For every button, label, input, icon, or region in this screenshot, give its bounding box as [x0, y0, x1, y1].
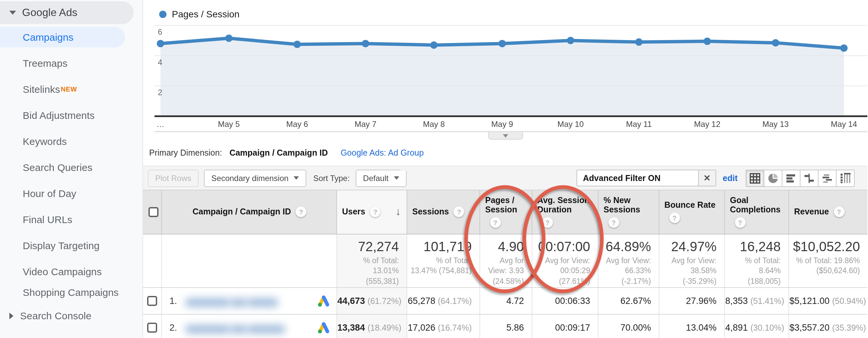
legend-label: Pages / Session [172, 9, 239, 20]
performance-view-icon[interactable] [782, 169, 801, 187]
header-new-sessions[interactable]: % New Sessions? [598, 190, 659, 234]
x-axis-tick-label: May 7 [355, 120, 376, 129]
sidebar-item-display-targeting[interactable]: Display Targeting [0, 234, 143, 256]
table-view-icon[interactable] [746, 169, 764, 187]
dimension-campaign-id[interactable]: Campaign / Campaign ID [229, 148, 328, 158]
data-point[interactable] [704, 38, 711, 45]
help-icon[interactable]: ? [454, 207, 464, 217]
pages-per-session-chart[interactable]: 246…May 5May 6May 7May 8May 9May 10May 1… [143, 0, 867, 131]
chart-collapse-handle[interactable] [488, 132, 523, 140]
sidebar-item-hour-of-day[interactable]: Hour of Day [0, 182, 143, 204]
cell-pages-session: 4.72 [479, 288, 532, 314]
campaign-name-redacted[interactable]: ▆▆▆▆▆▆ ▆▆ ▆▆▆▆ [186, 296, 298, 306]
data-point[interactable] [567, 37, 574, 44]
cell-new-sessions: 70.00% [598, 314, 659, 338]
chevron-right-icon [9, 313, 13, 319]
chevron-down-icon [503, 134, 508, 137]
cell-revenue: $5,121.00 (50.94%) [788, 288, 867, 314]
help-icon[interactable]: ? [669, 213, 680, 224]
help-icon[interactable]: ? [834, 207, 844, 217]
header-users[interactable]: Users?↓ [336, 190, 407, 234]
header-bounce-rate[interactable]: Bounce Rate? [659, 190, 724, 234]
sort-desc-icon: ↓ [396, 206, 402, 218]
x-axis-tick-label: May 8 [423, 120, 445, 129]
sidebar-item-search-console[interactable]: Search Console [0, 305, 143, 327]
help-icon[interactable]: ? [735, 217, 745, 228]
help-icon[interactable]: ? [296, 207, 306, 217]
row-checkbox[interactable] [147, 296, 157, 306]
select-all-header[interactable] [143, 190, 161, 234]
report-sidebar: Google Ads Campaigns Treemaps SitelinksN… [0, 0, 143, 338]
sidebar-item-sitelinks[interactable]: SitelinksNEW [0, 78, 143, 100]
chevron-down-icon [9, 11, 16, 15]
sidebar-item-campaigns[interactable]: Campaigns [0, 27, 125, 47]
primary-dimension-bar: Primary Dimension: Campaign / Campaign I… [143, 140, 867, 166]
x-axis-tick-label: May 6 [286, 120, 308, 129]
plot-rows-button[interactable]: Plot Rows [148, 169, 198, 187]
sidebar-item-keywords[interactable]: Keywords [0, 130, 143, 151]
sidebar-item-social[interactable]: Social [0, 333, 143, 338]
row-checkbox[interactable] [147, 323, 157, 333]
data-point[interactable] [430, 41, 438, 49]
data-point[interactable] [293, 41, 301, 48]
advanced-filter-chip: Advanced Filter ON ✕ [577, 170, 716, 187]
data-point[interactable] [635, 38, 643, 46]
data-point[interactable] [499, 40, 506, 47]
header-sessions[interactable]: Sessions? [407, 190, 479, 234]
x-axis-tick-label: May 13 [762, 120, 789, 129]
sidebar-item-final-urls[interactable]: Final URLs [0, 208, 143, 230]
table-header-row: Campaign / Campaign ID? Users?↓ Sessions… [143, 190, 867, 234]
data-point[interactable] [772, 39, 779, 46]
sidebar-item-video-campaigns[interactable]: Video Campaigns [0, 261, 143, 282]
x-axis-tick-label: May 10 [557, 120, 584, 129]
remove-filter-button[interactable]: ✕ [698, 170, 716, 186]
cell-users: 44,673 (61.72%) [336, 288, 407, 314]
header-pages-session[interactable]: Pages / Session? [479, 190, 532, 234]
header-revenue[interactable]: Revenue? [788, 190, 867, 234]
cell-avg-duration: 00:09:17 [532, 314, 598, 338]
sort-type-dropdown[interactable]: Default [356, 169, 407, 187]
legend-marker-icon [159, 10, 166, 18]
sidebar-item-shopping-campaigns[interactable]: Shopping Campaigns [0, 286, 124, 299]
data-point[interactable] [840, 44, 847, 52]
sidebar-section-google-ads[interactable]: Google Ads [0, 1, 134, 24]
dimension-ad-group-link[interactable]: Google Ads: Ad Group [341, 148, 424, 158]
data-point[interactable] [157, 40, 164, 47]
y-axis-tick-label: 6 [158, 27, 162, 36]
header-avg-session-duration[interactable]: Avg. Session Duration? [532, 190, 598, 234]
x-axis-tick-label: May 12 [694, 120, 720, 129]
summary-revenue: $10,052.20% of Total: 19.86% ($50,624.60… [788, 234, 867, 288]
campaigns-table: Campaign / Campaign ID? Users?↓ Sessions… [143, 190, 867, 338]
edit-filter-link[interactable]: edit [723, 173, 738, 183]
primary-dimension-label: Primary Dimension: [149, 148, 222, 158]
sidebar-item-bid-adjustments[interactable]: Bid Adjustments [0, 104, 143, 126]
sidebar-item-search-queries[interactable]: Search Queries [0, 156, 143, 178]
caret-down-icon [294, 176, 299, 180]
google-ads-icon [316, 294, 331, 308]
help-icon[interactable]: ? [370, 207, 381, 217]
sidebar-item-treemaps[interactable]: Treemaps [0, 52, 143, 73]
table-toolbar: Plot Rows Secondary dimension Sort Type:… [143, 166, 867, 190]
header-goal-completions[interactable]: Goal Completions? [724, 190, 788, 234]
cell-bounce-rate: 27.96% [659, 288, 724, 314]
select-all-checkbox[interactable] [149, 207, 158, 217]
data-point[interactable] [362, 40, 369, 47]
pivot-view-icon[interactable] [836, 169, 855, 187]
data-point[interactable] [225, 35, 232, 42]
campaign-name-redacted[interactable]: ▆▆▆▆▆▆ ▆▆ ▆▆▆▆▆ [186, 322, 298, 333]
cell-sessions: 17,026 (16.74%) [407, 314, 479, 338]
help-icon[interactable]: ? [490, 217, 500, 228]
summary-avg-duration: 00:07:00Avg for View: 00:05:29 (27.61%) [532, 234, 598, 288]
table-row: 2.▆▆▆▆▆▆ ▆▆ ▆▆▆▆▆ 13,384 (18.49%) 17,026… [143, 314, 867, 338]
comparison-view-icon[interactable] [800, 169, 818, 187]
table-row: 1.▆▆▆▆▆▆ ▆▆ ▆▆▆▆ 44,673 (61.72%) 65,278 … [143, 288, 867, 314]
term-cloud-view-icon[interactable] [818, 169, 837, 187]
secondary-dimension-dropdown[interactable]: Secondary dimension [204, 169, 307, 187]
cell-pages-session: 5.86 [479, 314, 532, 338]
help-icon[interactable]: ? [542, 217, 553, 228]
view-switcher [746, 169, 855, 187]
help-icon[interactable]: ? [608, 217, 619, 228]
percentage-view-icon[interactable] [764, 169, 782, 187]
header-campaign[interactable]: Campaign / Campaign ID? [161, 190, 336, 234]
google-ads-icon [316, 321, 331, 334]
